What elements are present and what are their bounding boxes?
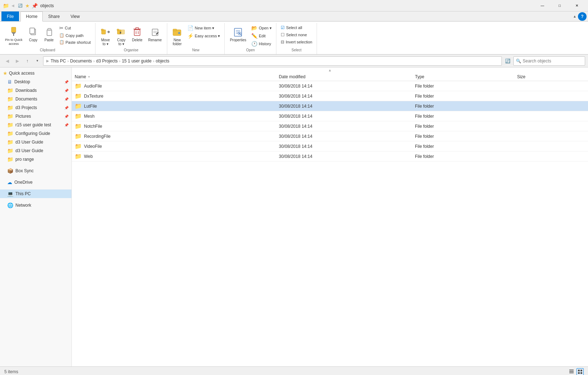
search-input[interactable] xyxy=(523,58,583,64)
maximize-button[interactable]: □ xyxy=(551,0,568,11)
pin-to-quick-access-button[interactable]: Pin to Quickaccess xyxy=(3,24,25,47)
sidebar-item-documents[interactable]: 📁 Documents 📌 xyxy=(0,95,71,103)
copy-button-large[interactable]: Copy xyxy=(26,24,41,43)
ribbon-expand-icon[interactable]: ▲ xyxy=(573,14,577,18)
copy-path-button[interactable]: 📋 Copy path xyxy=(58,32,92,38)
cut-icon: ✂ xyxy=(59,25,64,31)
properties-button[interactable]: Properties xyxy=(228,24,248,43)
file-row[interactable]: 📁 LutFile 30/08/2018 14:14 File folder xyxy=(72,101,588,111)
forward-button[interactable]: ▶ xyxy=(13,57,22,65)
new-item-button[interactable]: 📄 New item ▾ xyxy=(186,24,222,32)
sidebar-item-r15[interactable]: 📁 r15 user guide test 📌 xyxy=(0,121,71,129)
file-name: VideoFile xyxy=(84,144,102,149)
quick-access-header[interactable]: ★ Quick access xyxy=(0,69,71,78)
move-to-button[interactable]: Moveto ▾ xyxy=(98,24,113,47)
breadcrumb-this-pc[interactable]: This PC xyxy=(51,58,66,64)
folder-icon: 📁 xyxy=(75,103,82,109)
breadcrumb-documents[interactable]: Documents xyxy=(70,58,92,64)
refresh-button[interactable]: 🔄 xyxy=(503,57,512,65)
column-date[interactable]: Date modified xyxy=(279,74,415,79)
sidebar-item-d3projects[interactable]: 📁 d3 Projects 📌 xyxy=(0,103,71,112)
new-item-label: New item ▾ xyxy=(195,26,215,31)
ribbon-group-select: ☑ Select all ☐ Select none ⊟ Invert sele… xyxy=(276,23,317,54)
file-row[interactable]: 📁 Web 30/08/2018 14:14 File folder xyxy=(72,151,588,161)
sidebar-item-configuring-guide[interactable]: 📁 Configuring Guide xyxy=(0,129,71,138)
column-size[interactable]: Size xyxy=(517,74,585,79)
new-folder-button[interactable]: Newfolder xyxy=(170,24,185,47)
sidebar-item-desktop[interactable]: 🖥 Desktop 📌 xyxy=(0,78,71,86)
file-row[interactable]: 📁 DxTexture 30/08/2018 14:14 File folder xyxy=(72,91,588,101)
file-date: 30/08/2018 14:14 xyxy=(279,114,415,119)
pro-range-icon: 📁 xyxy=(7,156,13,162)
file-name: Mesh xyxy=(84,114,94,119)
cut-label: Cut xyxy=(65,26,71,30)
sidebar-item-this-pc[interactable]: 💻 This PC xyxy=(0,189,71,198)
recent-locations-button[interactable]: ▼ xyxy=(33,57,42,65)
up-button[interactable]: ↑ xyxy=(23,57,32,65)
pictures-pin-icon: 📌 xyxy=(64,114,69,118)
file-row[interactable]: 📁 Mesh 30/08/2018 14:14 File folder xyxy=(72,111,588,121)
delete-button[interactable]: Delete xyxy=(130,24,145,43)
details-view-button[interactable] xyxy=(568,368,575,375)
column-type[interactable]: Type xyxy=(415,74,517,79)
edit-button[interactable]: ✏️ Edit xyxy=(250,32,273,39)
d3projects-label: d3 Projects xyxy=(15,105,37,110)
open-button[interactable]: 📂 Open ▾ xyxy=(250,24,273,32)
downloads-label: Downloads xyxy=(15,88,37,93)
history-button[interactable]: 🕐 History xyxy=(250,40,273,47)
tab-home[interactable]: Home xyxy=(20,11,43,22)
sidebar-item-pictures[interactable]: 📁 Pictures 📌 xyxy=(0,112,71,121)
cut-button[interactable]: ✂ Cut xyxy=(58,24,92,32)
paste-large-icon xyxy=(45,26,53,37)
ribbon-group-organise: Moveto ▾ Copyto ▾ xyxy=(95,23,167,54)
folder-icon: 📁 xyxy=(75,143,82,150)
folder-icon: 📁 xyxy=(75,83,82,89)
desktop-icon: 🖥 xyxy=(7,79,12,85)
minimize-button[interactable]: — xyxy=(534,0,551,11)
sidebar-item-network[interactable]: 🌐 Network xyxy=(0,201,71,210)
this-pc-section: 💻 This PC xyxy=(0,189,71,198)
file-row[interactable]: 📁 NotchFile 30/08/2018 14:14 File folder xyxy=(72,121,588,131)
sidebar-item-d3-user-guide-1[interactable]: 📁 d3 User Guide xyxy=(0,138,71,146)
documents-pin-icon: 📌 xyxy=(64,97,69,101)
tab-view[interactable]: View xyxy=(65,11,85,21)
copy-to-button[interactable]: Copyto ▾ xyxy=(114,24,129,47)
sidebar-item-onedrive[interactable]: ☁ OneDrive xyxy=(0,178,71,187)
back-button[interactable]: ◀ xyxy=(3,57,11,65)
file-type: File folder xyxy=(415,114,517,119)
file-row[interactable]: 📁 VideoFile 30/08/2018 14:14 File folder xyxy=(72,141,588,151)
scroll-up-arrow: ▲ xyxy=(72,67,588,73)
help-button[interactable]: ? xyxy=(578,12,587,21)
sidebar-item-d3-user-guide-2[interactable]: 📁 d3 User Guide xyxy=(0,146,71,155)
ribbon-tabs: File Home Share View ▲ ? xyxy=(0,11,588,22)
folder-icon: 📁 xyxy=(75,113,82,119)
tab-share[interactable]: Share xyxy=(43,11,65,21)
large-icons-view-button[interactable] xyxy=(577,368,584,375)
select-none-label: Select none xyxy=(286,33,307,37)
invert-selection-button[interactable]: ⊟ Invert selection xyxy=(279,39,314,45)
file-row[interactable]: 📁 RecordingFile 30/08/2018 14:14 File fo… xyxy=(72,131,588,141)
open-icon: 📂 xyxy=(251,25,257,31)
sidebar-item-box-sync[interactable]: 📦 Box Sync xyxy=(0,167,71,175)
sidebar-item-downloads[interactable]: 📁 Downloads 📌 xyxy=(0,86,71,95)
select-none-icon: ☐ xyxy=(281,32,285,37)
breadcrumb-d3projects[interactable]: d3 Projects xyxy=(96,58,118,64)
easy-access-button[interactable]: ⚡ Easy access ▾ xyxy=(186,32,222,39)
tab-file[interactable]: File xyxy=(1,11,19,21)
close-button[interactable]: ✕ xyxy=(569,0,585,11)
r15-label: r15 user guide test xyxy=(15,122,51,127)
breadcrumb-guide[interactable]: 15 1 user guide xyxy=(122,58,151,64)
file-row[interactable]: 📁 AudioFile 30/08/2018 14:14 File folder xyxy=(72,81,588,91)
title-bar: 📁 ◀ 🔄 ★ 📌 objects — □ ✕ xyxy=(0,0,588,11)
select-none-button[interactable]: ☐ Select none xyxy=(279,32,314,38)
paste-shortcut-button[interactable]: 📋 Paste shortcut xyxy=(58,39,92,45)
copy-label: Copy xyxy=(29,38,37,42)
rename-button[interactable]: Rename xyxy=(146,24,164,43)
paste-shortcut-label: Paste shortcut xyxy=(66,40,91,44)
paste-button-large[interactable]: Paste xyxy=(42,24,56,43)
open-content: Properties 📂 Open ▾ ✏️ Edit 🕐 History xyxy=(228,24,273,47)
sidebar-item-pro-range[interactable]: 📁 pro range xyxy=(0,155,71,164)
select-all-button[interactable]: ☑ Select all xyxy=(279,24,314,31)
column-name[interactable]: Name ▼ xyxy=(75,74,279,79)
file-name: DxTexture xyxy=(84,94,103,99)
